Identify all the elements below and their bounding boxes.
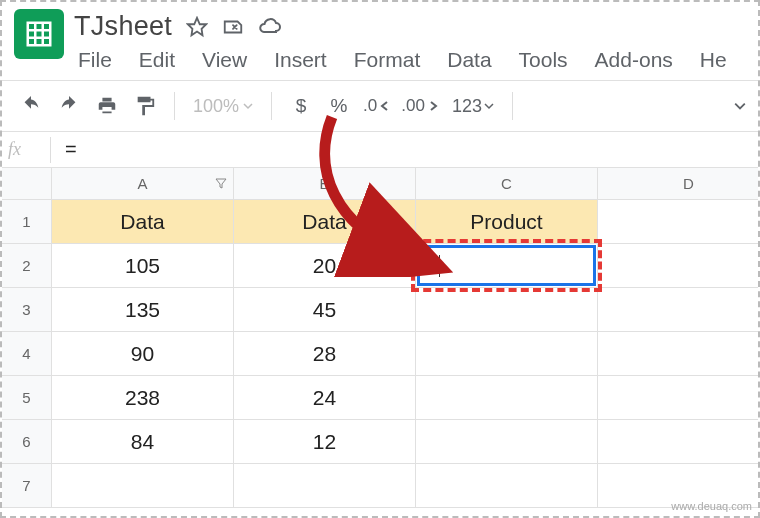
- zoom-value: 100%: [193, 96, 239, 117]
- column-header-d[interactable]: D: [598, 168, 760, 200]
- row-header-4[interactable]: 4: [2, 332, 52, 376]
- more-formats-label: 123: [452, 96, 482, 117]
- cell-a6[interactable]: 84: [52, 420, 234, 464]
- row-header-3[interactable]: 3: [2, 288, 52, 332]
- watermark: www.deuaq.com: [671, 500, 752, 512]
- menu-data[interactable]: Data: [447, 48, 491, 72]
- filter-icon[interactable]: [215, 175, 227, 192]
- cell-d1[interactable]: [598, 200, 760, 244]
- cell-c2-value: =: [426, 254, 438, 278]
- select-all-corner[interactable]: [2, 168, 52, 200]
- row-header-7[interactable]: 7: [2, 464, 52, 508]
- svg-rect-0: [28, 23, 51, 46]
- column-header-b[interactable]: B: [234, 168, 416, 200]
- cell-c4[interactable]: [416, 332, 598, 376]
- menu-view[interactable]: View: [202, 48, 247, 72]
- cell-a1[interactable]: Data: [52, 200, 234, 244]
- cell-a4[interactable]: 90: [52, 332, 234, 376]
- print-button[interactable]: [90, 89, 124, 123]
- row-header-2[interactable]: 2: [2, 244, 52, 288]
- document-name[interactable]: TJsheet: [74, 11, 172, 42]
- active-cell-border: [417, 245, 596, 286]
- cell-b2[interactable]: 20: [234, 244, 416, 288]
- chevron-down-icon[interactable]: [734, 100, 746, 112]
- more-formats-dropdown[interactable]: 123: [446, 96, 500, 117]
- star-icon[interactable]: [186, 16, 208, 38]
- arrow-left-icon: [379, 100, 391, 112]
- fx-icon: fx: [8, 139, 50, 160]
- cell-c2[interactable]: =: [416, 244, 598, 288]
- menu-addons[interactable]: Add-ons: [595, 48, 673, 72]
- menu-help[interactable]: He: [700, 48, 727, 72]
- cell-d3[interactable]: [598, 288, 760, 332]
- cell-a3[interactable]: 135: [52, 288, 234, 332]
- cell-b6[interactable]: 12: [234, 420, 416, 464]
- chevron-down-icon: [243, 101, 253, 111]
- paint-format-button[interactable]: [128, 89, 162, 123]
- menu-insert[interactable]: Insert: [274, 48, 327, 72]
- cell-d4[interactable]: [598, 332, 760, 376]
- menu-file[interactable]: File: [78, 48, 112, 72]
- cell-d6[interactable]: [598, 420, 760, 464]
- decrease-decimal-button[interactable]: .0: [360, 89, 394, 123]
- cell-b5[interactable]: 24: [234, 376, 416, 420]
- cell-b4[interactable]: 28: [234, 332, 416, 376]
- arrow-right-icon: [427, 100, 439, 112]
- toolbar-separator: [174, 92, 175, 120]
- cell-b3[interactable]: 45: [234, 288, 416, 332]
- toolbar-separator: [271, 92, 272, 120]
- cell-d5[interactable]: [598, 376, 760, 420]
- cell-c7[interactable]: [416, 464, 598, 508]
- row-header-5[interactable]: 5: [2, 376, 52, 420]
- increase-decimal-button[interactable]: .00: [398, 89, 442, 123]
- menu-format[interactable]: Format: [354, 48, 421, 72]
- spreadsheet-grid[interactable]: A B C D 1 Data Data Product 2 105 20 = 3…: [2, 168, 758, 508]
- chevron-down-icon: [484, 101, 494, 111]
- redo-button[interactable]: [52, 89, 86, 123]
- cloud-saved-icon[interactable]: [258, 15, 282, 39]
- cell-b1[interactable]: Data: [234, 200, 416, 244]
- cell-a7[interactable]: [52, 464, 234, 508]
- cell-c1[interactable]: Product: [416, 200, 598, 244]
- cell-d2[interactable]: [598, 244, 760, 288]
- format-percent-button[interactable]: %: [322, 89, 356, 123]
- text-cursor: [439, 255, 440, 277]
- undo-button[interactable]: [14, 89, 48, 123]
- move-icon[interactable]: [222, 16, 244, 38]
- cell-c5[interactable]: [416, 376, 598, 420]
- menu-bar: File Edit View Insert Format Data Tools …: [74, 42, 758, 80]
- formula-bar: fx =: [2, 132, 758, 168]
- cell-b7[interactable]: [234, 464, 416, 508]
- zoom-dropdown[interactable]: 100%: [187, 96, 259, 117]
- formula-input[interactable]: =: [51, 138, 77, 161]
- sheets-icon: [24, 19, 54, 49]
- toolbar-separator: [512, 92, 513, 120]
- column-header-c[interactable]: C: [416, 168, 598, 200]
- cell-c3[interactable]: [416, 288, 598, 332]
- cell-a2[interactable]: 105: [52, 244, 234, 288]
- menu-edit[interactable]: Edit: [139, 48, 175, 72]
- app-header: TJsheet File Edit View Insert Format Dat…: [2, 2, 758, 80]
- cell-c6[interactable]: [416, 420, 598, 464]
- menu-tools[interactable]: Tools: [519, 48, 568, 72]
- column-header-a[interactable]: A: [52, 168, 234, 200]
- row-header-1[interactable]: 1: [2, 200, 52, 244]
- row-header-6[interactable]: 6: [2, 420, 52, 464]
- format-currency-button[interactable]: $: [284, 89, 318, 123]
- cell-a5[interactable]: 238: [52, 376, 234, 420]
- svg-marker-5: [188, 17, 206, 34]
- toolbar: 100% $ % .0 .00 123: [2, 80, 758, 132]
- sheets-logo[interactable]: [14, 9, 64, 59]
